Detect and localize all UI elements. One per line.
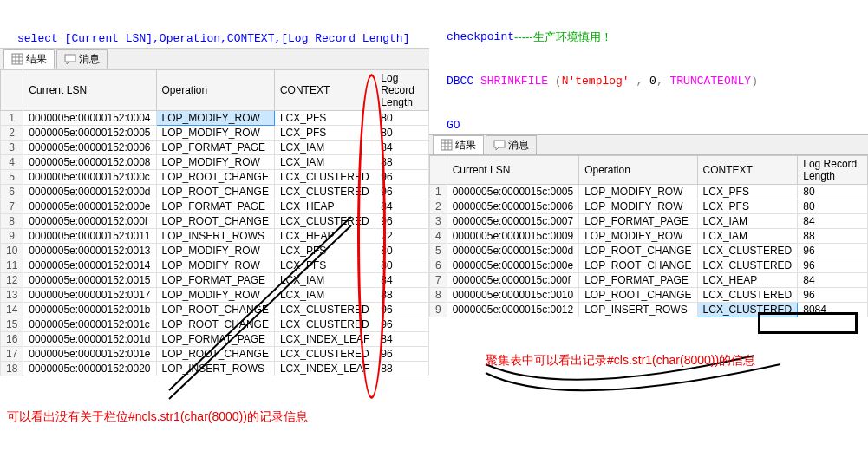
cell-len[interactable]: 84 — [798, 214, 868, 229]
row-number-cell[interactable]: 2 — [430, 199, 447, 214]
cell-len[interactable]: 96 — [375, 214, 429, 229]
cell-lsn[interactable]: 0000005e:00000152:0005 — [23, 126, 156, 141]
results-grid-left[interactable]: Current LSN Operation CONTEXT Log Record… — [0, 69, 429, 376]
table-row[interactable]: 50000005e:00000152:000cLOP_ROOT_CHANGELC… — [1, 170, 429, 185]
cell-lsn[interactable]: 0000005e:0000015c:000f — [447, 273, 578, 288]
table-row[interactable]: 120000005e:00000152:0015LOP_FORMAT_PAGEL… — [1, 273, 429, 288]
cell-len[interactable]: 96 — [798, 244, 868, 258]
cell-ctx[interactable]: LCX_INDEX_LEAF — [274, 332, 375, 347]
tab-results[interactable]: 结果 — [3, 49, 55, 69]
cell-op[interactable]: LOP_MODIFY_ROW — [579, 199, 697, 214]
table-row[interactable]: 20000005e:00000152:0005LOP_MODIFY_ROWLCX… — [1, 126, 429, 141]
table-row[interactable]: 10000005e:00000152:0004LOP_MODIFY_ROWLCX… — [1, 111, 429, 126]
table-row[interactable]: 80000005e:0000015c:0010LOP_ROOT_CHANGELC… — [430, 288, 868, 303]
cell-len[interactable]: 72 — [375, 229, 429, 244]
row-number-cell[interactable]: 15 — [1, 317, 23, 332]
cell-lsn[interactable]: 0000005e:00000152:0017 — [23, 288, 156, 303]
cell-len[interactable]: 96 — [798, 288, 868, 303]
cell-ctx[interactable]: LCX_CLUSTERED — [697, 303, 798, 317]
cell-ctx[interactable]: LCX_HEAP — [274, 199, 375, 214]
row-number-cell[interactable]: 8 — [1, 214, 23, 229]
cell-ctx[interactable]: LCX_CLUSTERED — [697, 288, 798, 303]
row-number-cell[interactable]: 3 — [430, 214, 447, 229]
table-row[interactable]: 10000005e:0000015c:0005LOP_MODIFY_ROWLCX… — [430, 185, 868, 199]
cell-op[interactable]: LOP_INSERT_ROWS — [156, 362, 274, 376]
cell-op[interactable]: LOP_FORMAT_PAGE — [579, 273, 697, 288]
col-current-lsn[interactable]: Current LSN — [447, 156, 578, 185]
cell-op[interactable]: LOP_INSERT_ROWS — [156, 229, 274, 244]
cell-len[interactable]: 96 — [375, 303, 429, 317]
cell-ctx[interactable]: LCX_CLUSTERED — [697, 244, 798, 258]
row-number-cell[interactable]: 18 — [1, 362, 23, 376]
cell-lsn[interactable]: 0000005e:0000015c:0010 — [447, 288, 578, 303]
cell-op[interactable]: LOP_MODIFY_ROW — [156, 258, 274, 273]
table-row[interactable]: 150000005e:00000152:001cLOP_ROOT_CHANGEL… — [1, 317, 429, 332]
cell-op[interactable]: LOP_ROOT_CHANGE — [156, 214, 274, 229]
cell-op[interactable]: LOP_MODIFY_ROW — [156, 155, 274, 170]
cell-len[interactable]: 88 — [375, 362, 429, 376]
cell-op[interactable]: LOP_FORMAT_PAGE — [156, 332, 274, 347]
cell-len[interactable]: 84 — [375, 141, 429, 155]
table-row[interactable]: 80000005e:00000152:000fLOP_ROOT_CHANGELC… — [1, 214, 429, 229]
cell-len[interactable]: 84 — [375, 199, 429, 214]
cell-op[interactable]: LOP_ROOT_CHANGE — [579, 244, 697, 258]
tab-messages[interactable]: 消息 — [486, 135, 537, 155]
table-row[interactable]: 140000005e:00000152:001bLOP_ROOT_CHANGEL… — [1, 303, 429, 317]
cell-ctx[interactable]: LCX_PFS — [274, 244, 375, 258]
cell-lsn[interactable]: 0000005e:0000015c:0006 — [447, 199, 578, 214]
row-number-cell[interactable]: 11 — [1, 258, 23, 273]
cell-ctx[interactable]: LCX_PFS — [274, 111, 375, 126]
cell-ctx[interactable]: LCX_PFS — [697, 199, 798, 214]
table-row[interactable]: 60000005e:0000015c:000eLOP_ROOT_CHANGELC… — [430, 258, 868, 273]
cell-len[interactable]: 96 — [375, 347, 429, 362]
row-number-cell[interactable]: 13 — [1, 288, 23, 303]
cell-op[interactable]: LOP_FORMAT_PAGE — [156, 273, 274, 288]
cell-ctx[interactable]: LCX_HEAP — [274, 229, 375, 244]
tab-results[interactable]: 结果 — [433, 135, 484, 155]
cell-ctx[interactable]: LCX_CLUSTERED — [274, 347, 375, 362]
cell-ctx[interactable]: LCX_CLUSTERED — [274, 214, 375, 229]
table-row[interactable]: 40000005e:0000015c:0009LOP_MODIFY_ROWLCX… — [430, 229, 868, 244]
cell-len[interactable]: 80 — [798, 185, 868, 199]
table-row[interactable]: 20000005e:0000015c:0006LOP_MODIFY_ROWLCX… — [430, 199, 868, 214]
cell-ctx[interactable]: LCX_IAM — [274, 273, 375, 288]
cell-lsn[interactable]: 0000005e:00000152:0008 — [23, 155, 156, 170]
cell-ctx[interactable]: LCX_CLUSTERED — [274, 303, 375, 317]
cell-ctx[interactable]: LCX_PFS — [697, 185, 798, 199]
cell-lsn[interactable]: 0000005e:00000152:000d — [23, 185, 156, 199]
cell-len[interactable]: 80 — [798, 199, 868, 214]
row-number-cell[interactable]: 9 — [1, 229, 23, 244]
cell-op[interactable]: LOP_ROOT_CHANGE — [579, 288, 697, 303]
cell-ctx[interactable]: LCX_CLUSTERED — [274, 185, 375, 199]
cell-lsn[interactable]: 0000005e:00000152:000f — [23, 214, 156, 229]
cell-lsn[interactable]: 0000005e:00000152:001d — [23, 332, 156, 347]
cell-len[interactable]: 84 — [375, 332, 429, 347]
cell-lsn[interactable]: 0000005e:00000152:0004 — [23, 111, 156, 126]
cell-lsn[interactable]: 0000005e:0000015c:000d — [447, 244, 578, 258]
table-row[interactable]: 110000005e:00000152:0014LOP_MODIFY_ROWLC… — [1, 258, 429, 273]
row-number-cell[interactable]: 6 — [1, 185, 23, 199]
cell-lsn[interactable]: 0000005e:0000015c:0009 — [447, 229, 578, 244]
cell-lsn[interactable]: 0000005e:00000152:0006 — [23, 141, 156, 155]
col-context[interactable]: CONTEXT — [274, 70, 375, 111]
row-number-cell[interactable]: 3 — [1, 141, 23, 155]
col-operation[interactable]: Operation — [579, 156, 697, 185]
cell-len[interactable]: 84 — [798, 273, 868, 288]
row-number-cell[interactable]: 2 — [1, 126, 23, 141]
row-number-cell[interactable]: 10 — [1, 244, 23, 258]
row-number-cell[interactable]: 9 — [430, 303, 447, 317]
table-row[interactable]: 70000005e:00000152:000eLOP_FORMAT_PAGELC… — [1, 199, 429, 214]
cell-len[interactable]: 84 — [375, 273, 429, 288]
cell-op[interactable]: LOP_MODIFY_ROW — [156, 244, 274, 258]
sql-editor-left[interactable]: select [Current LSN],Operation,CONTEXT,[… — [0, 0, 429, 49]
cell-len[interactable]: 96 — [375, 317, 429, 332]
col-operation[interactable]: Operation — [156, 70, 274, 111]
cell-lsn[interactable]: 0000005e:00000152:0014 — [23, 258, 156, 273]
row-number-cell[interactable]: 1 — [430, 185, 447, 199]
cell-lsn[interactable]: 0000005e:0000015c:000e — [447, 258, 578, 273]
cell-op[interactable]: LOP_ROOT_CHANGE — [156, 347, 274, 362]
row-number-header[interactable] — [430, 156, 447, 185]
row-number-cell[interactable]: 14 — [1, 303, 23, 317]
table-row[interactable]: 40000005e:00000152:0008LOP_MODIFY_ROWLCX… — [1, 155, 429, 170]
row-number-cell[interactable]: 4 — [1, 155, 23, 170]
